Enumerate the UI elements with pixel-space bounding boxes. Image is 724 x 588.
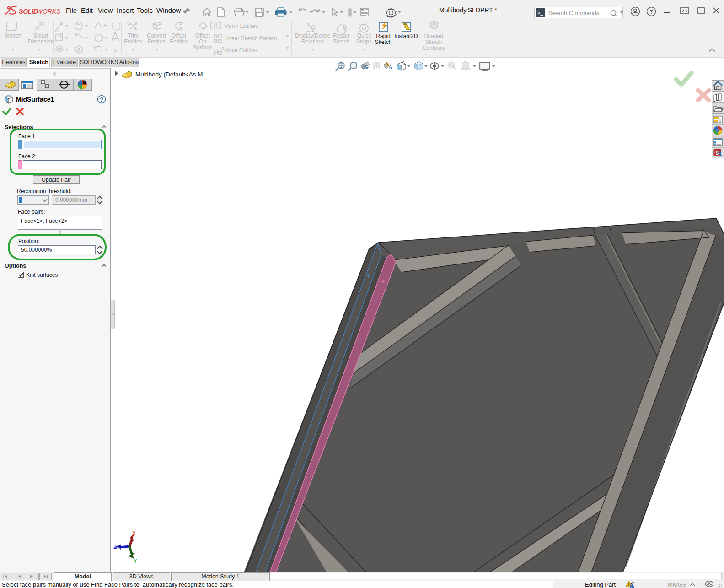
svg-text:?: ? (100, 96, 103, 103)
svg-text:X: X (132, 530, 136, 537)
svg-text:WORKS: WORKS (37, 8, 61, 15)
svg-text:Z: Z (113, 544, 117, 550)
svg-text:Multibody (Default<As M...: Multibody (Default<As M... (135, 71, 208, 78)
svg-text:?: ? (649, 8, 653, 15)
svg-text:Y: Y (134, 558, 137, 564)
svg-text:SOLID: SOLID (19, 8, 38, 15)
svg-text:A: A (388, 64, 393, 70)
